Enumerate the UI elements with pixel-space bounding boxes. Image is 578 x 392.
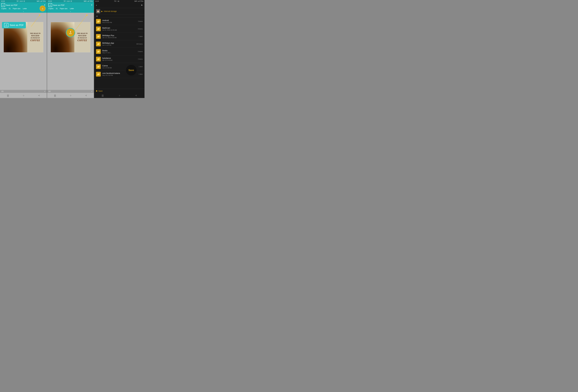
file-item[interactable]: 📁Birthdays-AppJul 4 1:24 PM303 items bbox=[94, 40, 144, 48]
content-area-mid: THE ROAD TO SUCCESS IS PAVED IN COFFEE bbox=[47, 13, 94, 90]
menu-icon-left[interactable]: ||| bbox=[7, 94, 9, 97]
quote-mid-coffee: COFFEE bbox=[77, 39, 88, 42]
folder-icon: 📁 bbox=[96, 64, 101, 69]
file-date: Jul 4 1:24 PM bbox=[102, 44, 135, 46]
coffee-quote-mid: THE ROAD TO SUCCESS IS PAVED IN COFFEE bbox=[77, 33, 88, 42]
tooltip-pdf-icon: ⬇ PDF bbox=[4, 23, 8, 27]
signal-left: WiFi .ull 72%▪ bbox=[37, 0, 46, 2]
status-bar-mid: 12:24 79° □ ⊞ ✦ ☰ WiFi .ull 72%▪ bbox=[47, 0, 94, 2]
print-sub-mid: Copies: 01 Paper size: Letter bbox=[47, 7, 94, 10]
file-list: 📁⚙AndroidFeb 9 8:50 PM3 items📁BarkCamJul… bbox=[94, 18, 144, 89]
print-header-mid: ⬇ PDF Save as PDF ▼ bbox=[47, 2, 94, 7]
nav-bar-file: ||| ○ < bbox=[94, 93, 144, 98]
breadcrumb-text[interactable]: Internal storage bbox=[104, 10, 117, 12]
gear-icon: ⚙ bbox=[99, 22, 100, 23]
quote-line3: IS PAVED IN bbox=[30, 37, 41, 39]
check-icon-left: ✓ bbox=[44, 90, 46, 92]
breadcrumb-arrow: ▶ bbox=[101, 10, 103, 12]
save-circle-text: Save bbox=[129, 69, 134, 72]
all-text: All bbox=[96, 15, 98, 17]
print-header-content: ⬇ PDF Save as PDF bbox=[1, 3, 17, 7]
expand-arrow-left[interactable]: ⌄ bbox=[0, 10, 47, 13]
file-info: AndroidFeb 9 8:50 PM bbox=[102, 19, 136, 23]
file-count: 3 items bbox=[138, 21, 143, 22]
beans-mid bbox=[51, 22, 75, 52]
file-count: 303 items bbox=[136, 43, 143, 45]
file-item[interactable]: 📁⚙AndroidFeb 9 8:50 PM3 items bbox=[94, 18, 144, 25]
expand-arrow-mid[interactable]: ⌄ bbox=[47, 10, 94, 13]
content-panel-mid: ⬇ PDF THE ROAD TO SUCCESS IS PAVED IN CO… bbox=[47, 13, 94, 93]
folder-icon: 📁 bbox=[96, 41, 101, 46]
paper-label-left: Paper size: bbox=[13, 8, 21, 9]
file-item[interactable]: 📁CanvaJun 2 8:40 AM1 item bbox=[94, 63, 144, 71]
coffee-image-mid: THE ROAD TO SUCCESS IS PAVED IN COFFEE bbox=[51, 22, 91, 52]
back-button-file[interactable]: ‹ bbox=[96, 4, 97, 7]
pdf-icon-header-mid: ⬇ PDF bbox=[48, 3, 52, 7]
battery-file: 79° □ ⊞ bbox=[114, 0, 119, 2]
file-date: Sep 27 10:2... bbox=[102, 52, 136, 53]
middle-panel: 12:24 79° □ ⊞ ✦ ☰ WiFi .ull 72%▪ ⬇ PDF S… bbox=[47, 0, 94, 98]
menu-icon-mid[interactable]: ||| bbox=[54, 94, 56, 97]
back-icon-left[interactable]: < bbox=[39, 94, 40, 97]
time-mid: 12:24 bbox=[48, 0, 52, 2]
page-num-mid: 1/1 bbox=[48, 90, 51, 92]
save-dot bbox=[96, 90, 97, 92]
tooltip-save-pdf: ⬇ PDF Save as PDF bbox=[2, 22, 26, 28]
paper-label-mid: Paper size: bbox=[60, 8, 68, 9]
file-item[interactable]: 📁com.facebook.katanaSep 19 2:33 PM1 item bbox=[94, 71, 144, 78]
back-icon-file[interactable]: < bbox=[136, 94, 137, 97]
home-folder-icon[interactable]: 🏠 bbox=[96, 9, 100, 13]
file-item[interactable]: 📁BarkCamJul 24, 2019 10:35 AM8 items bbox=[94, 25, 144, 33]
copies-label-mid: Copies: bbox=[48, 8, 54, 9]
paper-value-left: Letter bbox=[23, 8, 27, 9]
home-icon-file[interactable]: ○ bbox=[119, 94, 120, 97]
dropdown-arrow-mid[interactable]: ▼ bbox=[91, 4, 93, 6]
file-name: Birthdays Plus bbox=[102, 35, 137, 37]
file-date: Feb 9 8:50 PM bbox=[102, 22, 136, 23]
home-icon-file: 🏠 bbox=[97, 10, 99, 13]
left-panel: 12:24 79° □ ⊞ ✦ ☰ WiFi .ull 72%▪ ⬇ PDF S… bbox=[0, 0, 47, 98]
signal-mid: WiFi .ull 72%▪ bbox=[84, 0, 93, 2]
save-bottom-label[interactable]: Save bbox=[98, 90, 103, 92]
pdf-save-button-left[interactable]: ⬇ PDF bbox=[40, 5, 46, 11]
pdf-save-button-zoomed[interactable]: ⬇ PDF bbox=[66, 28, 75, 37]
add-folder-button[interactable]: + bbox=[141, 3, 143, 7]
folder-icon: 📁 bbox=[96, 57, 101, 61]
save-annotation-circle: Save bbox=[126, 65, 137, 76]
dropdown-arrow-left[interactable]: ▼ bbox=[44, 4, 46, 6]
file-item[interactable]: 📁BooksSep 27 10:2...0 items bbox=[94, 48, 144, 55]
print-title-left: Save as PDF bbox=[6, 4, 17, 6]
folder-icon: 📁 bbox=[96, 72, 101, 77]
quote-mid-line3: IS PAVED IN bbox=[77, 37, 88, 39]
signal-file: WiFi .ull 72%▪ bbox=[134, 0, 144, 2]
file-item[interactable]: 📁Birthdays PlusJan 13, 2019 9:35 AM1 ite… bbox=[94, 33, 144, 40]
home-icon-left[interactable]: ○ bbox=[23, 94, 24, 97]
page-indicator-mid: 1/1 ✓ bbox=[47, 90, 94, 93]
home-icon-mid[interactable]: ○ bbox=[70, 94, 71, 97]
file-info: BooksSep 27 10:2... bbox=[102, 49, 136, 53]
quote-mid-line1: THE ROAD TO bbox=[77, 33, 88, 35]
battery-mid: 79° □ ⊞ ✦ ☰ bbox=[63, 0, 72, 2]
file-item[interactable]: 📁bytedanceApr 29 3:40 AM2 items bbox=[94, 55, 144, 63]
nav-bar-left: ||| ○ < bbox=[0, 93, 47, 98]
file-count: 1 item bbox=[139, 66, 143, 67]
file-manager-panel: 12:24 79° □ ⊞ WiFi .ull 72%▪ ‹ + 🏠 ▶ Int… bbox=[94, 0, 144, 98]
folder-icon: 📁⚙ bbox=[96, 19, 101, 24]
quote-line2: SUCCESS bbox=[30, 35, 41, 37]
quote-line1: THE ROAD TO bbox=[30, 33, 41, 35]
content-panel-left: ⬇ PDF Save as PDF THE ROAD TO SUCCESS IS… bbox=[0, 13, 47, 93]
folder-icon: 📁 bbox=[96, 34, 101, 39]
time-file: 12:24 bbox=[95, 0, 99, 2]
save-bottom-bar[interactable]: Save bbox=[94, 89, 144, 93]
menu-icon-file[interactable]: ||| bbox=[102, 94, 103, 97]
battery-left: 79° □ ⊞ ✦ ☰ bbox=[16, 0, 25, 2]
print-header-left: ⬇ PDF Save as PDF ▼ bbox=[0, 2, 47, 7]
quote-mid-line2: SUCCESS bbox=[77, 35, 88, 37]
file-count: 2 items bbox=[138, 58, 143, 60]
print-title-mid: Save as PDF bbox=[53, 4, 65, 6]
file-header: ‹ + bbox=[94, 2, 144, 8]
page-num-left: 1/1 bbox=[1, 90, 3, 92]
pdf-icon-header-left: ⬇ PDF bbox=[1, 3, 5, 7]
back-icon-mid[interactable]: < bbox=[86, 94, 87, 97]
file-info: Birthdays-AppJul 4 1:24 PM bbox=[102, 42, 135, 46]
